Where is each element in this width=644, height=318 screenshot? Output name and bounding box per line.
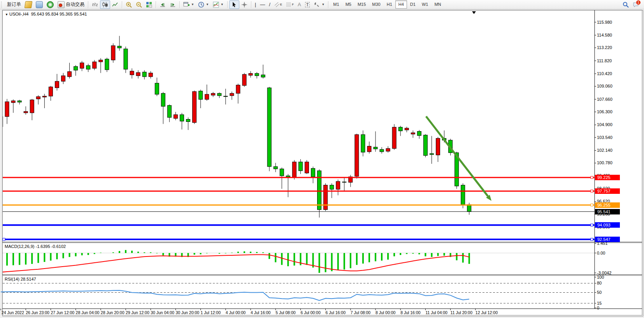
candle[interactable] [161, 93, 165, 106]
chart-shift-marker[interactable] [472, 11, 476, 14]
candle[interactable] [298, 162, 302, 171]
candle[interactable] [398, 127, 402, 131]
candle[interactable] [174, 115, 177, 119]
time-axis-label: 30 Jun 20:00 [175, 310, 199, 315]
candle[interactable] [61, 76, 65, 81]
candle[interactable] [386, 149, 390, 151]
candle[interactable] [74, 67, 78, 70]
candle[interactable] [30, 100, 34, 113]
candle[interactable] [11, 101, 15, 103]
candle[interactable] [193, 91, 197, 123]
candle[interactable] [124, 49, 128, 69]
candle[interactable] [405, 128, 409, 130]
candle[interactable] [461, 185, 465, 205]
candle[interactable] [68, 72, 72, 77]
candle[interactable] [336, 181, 340, 189]
candle[interactable] [374, 147, 377, 149]
price-tag-99.225[interactable]: 99.225 [595, 175, 620, 180]
candle[interactable] [130, 71, 134, 75]
price-tag-95.541[interactable]: 95.541 [595, 209, 620, 214]
candle[interactable] [367, 146, 371, 152]
candle[interactable] [355, 135, 359, 176]
candle[interactable] [86, 65, 90, 69]
low-value: 95.365 [60, 12, 73, 16]
candle[interactable] [180, 115, 184, 121]
candle[interactable] [430, 154, 433, 155]
candle[interactable] [318, 171, 321, 210]
candle[interactable] [211, 93, 215, 95]
chart-title: ▼ USOil-,H4 95.643 95.834 95.365 95.541 [5, 12, 87, 16]
candle[interactable] [42, 96, 46, 97]
rsi-axis-label: 15 [597, 301, 602, 306]
line-handle[interactable] [591, 224, 593, 226]
candle[interactable] [136, 72, 140, 76]
line-handle[interactable] [591, 238, 593, 241]
candle[interactable] [280, 169, 284, 176]
time-axis-label: 27 Jun 12:00 [51, 310, 74, 315]
candle[interactable] [411, 133, 415, 134]
candlestick-series[interactable] [0, 36, 471, 218]
candle[interactable] [36, 97, 40, 99]
candle[interactable] [205, 94, 209, 99]
candle[interactable] [255, 74, 259, 76]
candle[interactable] [199, 91, 203, 99]
line-handle[interactable] [591, 204, 593, 206]
chart-canvas[interactable] [0, 0, 644, 318]
candle[interactable] [18, 101, 21, 102]
candle[interactable] [242, 74, 246, 86]
candle[interactable] [361, 135, 365, 152]
price-tag-96.255[interactable]: 96.255 [595, 202, 620, 208]
candle[interactable] [5, 102, 9, 116]
time-axis-label: 4 Jul 16:00 [251, 310, 270, 315]
candle[interactable] [111, 46, 115, 60]
candle[interactable] [149, 73, 153, 77]
candle[interactable] [423, 135, 427, 155]
candle[interactable] [467, 205, 471, 212]
time-axis-label: 29 Jun 12:00 [126, 310, 149, 315]
candle[interactable] [305, 162, 309, 173]
candle[interactable] [224, 96, 228, 97]
line-handle[interactable] [3, 238, 5, 241]
candle[interactable] [230, 93, 234, 96]
symbol-period-label: USOil-,H4 [9, 12, 29, 16]
candle[interactable] [186, 119, 190, 122]
price-tag-94.093[interactable]: 94.093 [595, 222, 620, 228]
candle[interactable] [342, 182, 346, 182]
candle[interactable] [99, 60, 103, 62]
price-axis-label: 114.580 [597, 33, 612, 37]
candle[interactable] [155, 83, 159, 95]
candle[interactable] [261, 75, 265, 77]
candle[interactable] [105, 59, 109, 70]
candle[interactable] [292, 162, 296, 177]
candle[interactable] [55, 81, 59, 88]
candle[interactable] [311, 169, 315, 177]
candle[interactable] [167, 105, 171, 118]
application-window: 新订单 自动交易 [0, 0, 644, 318]
price-tag-92.547[interactable]: 92.547 [595, 237, 620, 242]
time-axis-label: 26 Jun 23:00 [26, 310, 49, 315]
candle[interactable] [218, 93, 221, 96]
rsi-label: RSI(14) 28.5147 [5, 277, 36, 281]
candle[interactable] [324, 185, 328, 210]
candle[interactable] [80, 63, 84, 68]
price-tag-97.757[interactable]: 97.757 [595, 188, 620, 194]
collapse-triangle-icon[interactable]: ▼ [5, 13, 8, 16]
candle[interactable] [267, 88, 271, 167]
candle[interactable] [417, 131, 421, 135]
line-handle[interactable] [591, 176, 593, 179]
candle[interactable] [49, 87, 53, 96]
candle[interactable] [118, 46, 121, 48]
candle[interactable] [24, 111, 28, 113]
candle[interactable] [249, 74, 253, 76]
candle[interactable] [436, 138, 440, 155]
time-axis-label: 28 Jun 20:00 [101, 310, 125, 315]
line-handle[interactable] [591, 190, 593, 192]
candle[interactable] [93, 62, 97, 69]
candle[interactable] [274, 167, 277, 169]
candle[interactable] [392, 127, 396, 149]
candle[interactable] [330, 185, 334, 190]
candle[interactable] [142, 72, 146, 77]
candle[interactable] [380, 149, 384, 152]
candle[interactable] [236, 85, 240, 93]
price-axis-label: 104.900 [597, 122, 612, 127]
